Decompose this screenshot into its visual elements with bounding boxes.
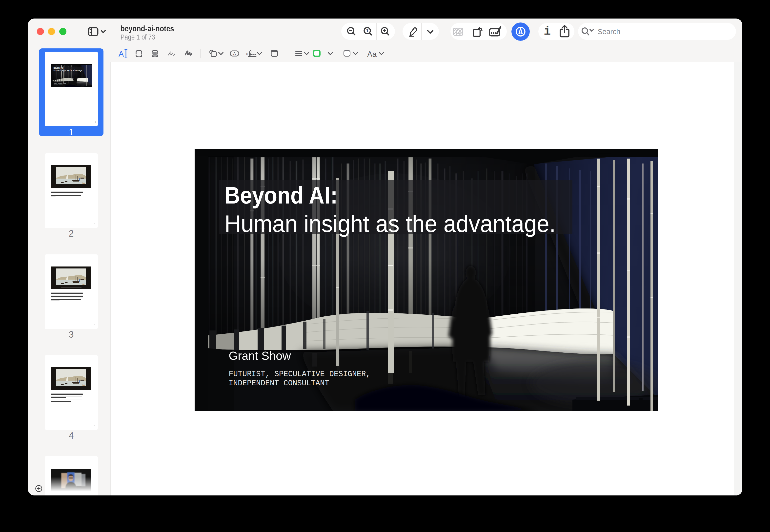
- svg-text:x: x: [246, 52, 248, 56]
- svg-text:A: A: [233, 52, 236, 56]
- svg-text:1: 1: [366, 28, 369, 33]
